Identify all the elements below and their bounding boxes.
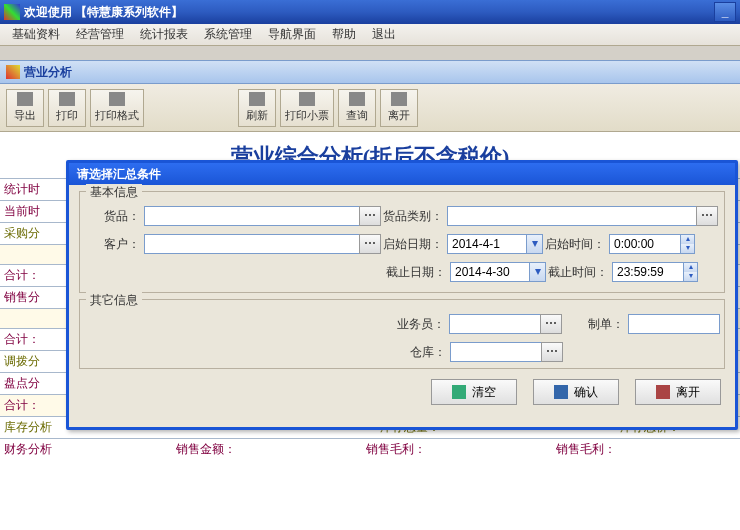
start-date-label: 启始日期： [381, 236, 447, 253]
end-time-spinner[interactable]: 23:59:59▴▾ [612, 262, 698, 282]
other-info-group: 其它信息 业务员： ⋯ 制单： 仓库： ⋯ [79, 299, 725, 369]
salesman-picker-button[interactable]: ⋯ [540, 314, 562, 334]
product-picker-button[interactable]: ⋯ [359, 206, 381, 226]
customer-picker-button[interactable]: ⋯ [359, 234, 381, 254]
start-date-combo[interactable]: 2014-4-1▾ [447, 234, 543, 254]
leave-button[interactable]: 离开 [380, 89, 418, 127]
basic-info-group: 基本信息 货品： ⋯ 货品类别： ⋯ 客户： ⋯ 启始日期： 2014-4-1▾… [79, 191, 725, 293]
print-button[interactable]: 打印 [48, 89, 86, 127]
end-time-label: 截止时间： [546, 264, 612, 281]
menu-exit[interactable]: 退出 [364, 26, 404, 43]
menu-reports[interactable]: 统计报表 [132, 26, 196, 43]
product-cat-label: 货品类别： [381, 208, 447, 225]
minimize-button[interactable]: _ [714, 2, 736, 22]
warehouse-picker-button[interactable]: ⋯ [541, 342, 563, 362]
exit-icon [656, 385, 670, 399]
printfmt-button[interactable]: 打印格式 [90, 89, 144, 127]
warehouse-label: 仓库： [384, 344, 450, 361]
other-info-legend: 其它信息 [86, 292, 142, 309]
clear-button[interactable]: 清空 [431, 379, 517, 405]
chevron-down-icon: ▾ [529, 263, 545, 281]
spin-down-icon[interactable]: ▾ [683, 272, 697, 281]
end-date-combo[interactable]: 2014-4-30▾ [450, 262, 546, 282]
end-date-label: 截止日期： [384, 264, 450, 281]
printslip-button[interactable]: 打印小票 [280, 89, 334, 127]
spin-down-icon[interactable]: ▾ [680, 244, 694, 253]
customer-label: 客户： [84, 236, 144, 253]
confirm-icon [554, 385, 568, 399]
salesman-label: 业务员： [383, 316, 449, 333]
row-finance: 财务分析 销售金额： 销售毛利： 销售毛利： [0, 438, 740, 460]
menubar: 基础资料 经营管理 统计报表 系统管理 导航界面 帮助 退出 [0, 24, 740, 46]
menu-basic[interactable]: 基础资料 [4, 26, 68, 43]
subwindow-title: 营业分析 [24, 64, 72, 81]
subwindow-icon [6, 65, 20, 79]
exit-button[interactable]: 离开 [635, 379, 721, 405]
grid-icon [109, 92, 125, 106]
refresh-icon [249, 92, 265, 106]
menu-business[interactable]: 经营管理 [68, 26, 132, 43]
maker-input[interactable] [628, 314, 720, 334]
product-cat-picker-button[interactable]: ⋯ [696, 206, 718, 226]
toolbar: 导出 打印 打印格式 刷新 打印小票 查询 离开 [0, 84, 740, 132]
menu-system[interactable]: 系统管理 [196, 26, 260, 43]
dialog-title: 请选择汇总条件 [69, 163, 735, 185]
export-icon [17, 92, 33, 106]
start-time-label: 启始时间： [543, 236, 609, 253]
start-time-spinner[interactable]: 0:00:00▴▾ [609, 234, 695, 254]
basic-info-legend: 基本信息 [86, 184, 142, 201]
filter-dialog: 请选择汇总条件 基本信息 货品： ⋯ 货品类别： ⋯ 客户： ⋯ 启始日期： 2… [66, 160, 738, 430]
menu-nav[interactable]: 导航界面 [260, 26, 324, 43]
product-input[interactable] [144, 206, 360, 226]
printer-icon [299, 92, 315, 106]
app-icon [4, 4, 20, 20]
refresh-button[interactable]: 刷新 [238, 89, 276, 127]
product-label: 货品： [84, 208, 144, 225]
exit-icon [391, 92, 407, 106]
salesman-input[interactable] [449, 314, 541, 334]
titlebar: 欢迎使用 【特慧康系列软件】 _ [0, 0, 740, 24]
maker-label: 制单： [562, 316, 628, 333]
search-icon [349, 92, 365, 106]
subwindow-header: 营业分析 [0, 60, 740, 84]
dialog-buttons: 清空 确认 离开 [69, 375, 735, 405]
customer-input[interactable] [144, 234, 360, 254]
product-cat-input[interactable] [447, 206, 697, 226]
warehouse-input[interactable] [450, 342, 542, 362]
window-title: 欢迎使用 【特慧康系列软件】 [24, 4, 183, 21]
ok-button[interactable]: 确认 [533, 379, 619, 405]
chevron-down-icon: ▾ [526, 235, 542, 253]
clear-icon [452, 385, 466, 399]
menu-help[interactable]: 帮助 [324, 26, 364, 43]
export-button[interactable]: 导出 [6, 89, 44, 127]
print-icon [59, 92, 75, 106]
query-button[interactable]: 查询 [338, 89, 376, 127]
